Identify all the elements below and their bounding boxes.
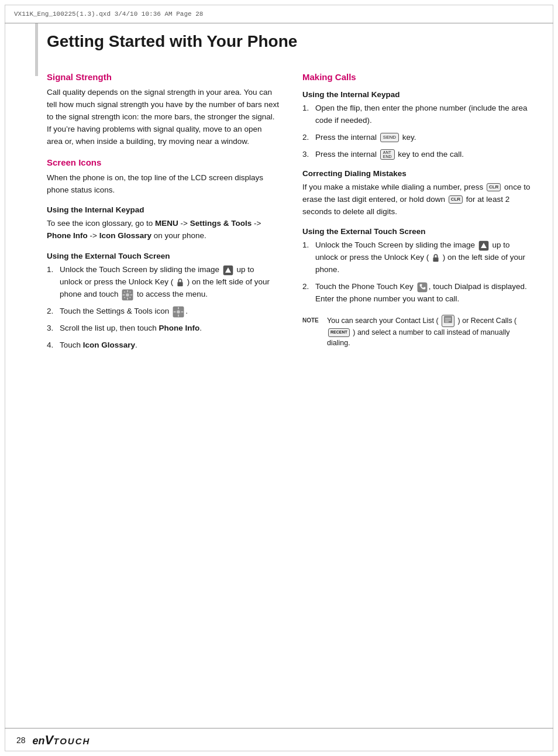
gear-settings-icon (122, 289, 133, 301)
list-item: 4. Touch Icon Glossary. (47, 339, 279, 352)
making-calls-heading: Making Calls (302, 72, 535, 82)
page-number: 28 (16, 736, 26, 745)
list-item: 3. Scroll the list up, then touch Phone … (47, 322, 279, 335)
internal-keypad-body-left: To see the icon glossary, go to MENU -> … (47, 218, 279, 242)
logo: enVTOUCH (33, 733, 91, 748)
clr-icon-2: CLR (449, 195, 463, 204)
svg-rect-18 (181, 311, 184, 312)
list-item: 1. Unlock the Touch Screen by sliding th… (47, 264, 279, 301)
right-column: Making Calls Using the Internal Keypad 1… (302, 72, 535, 356)
main-content: Getting Started with Your Phone Signal S… (47, 32, 535, 721)
svg-rect-17 (174, 311, 176, 312)
internal-keypad-heading-left: Using the Internal Keypad (47, 205, 279, 214)
page-title: Getting Started with Your Phone (47, 32, 535, 56)
svg-rect-8 (130, 294, 133, 295)
screen-icons-heading: Screen Icons (47, 157, 279, 167)
note-label: NOTE (302, 315, 327, 349)
list-item: 3. Press the internal ANTEND key to end … (302, 149, 535, 161)
svg-point-4 (126, 293, 129, 296)
left-column: Signal Strength Call quality depends on … (47, 72, 279, 356)
clr-icon: CLR (487, 183, 501, 191)
svg-rect-5 (127, 290, 128, 292)
svg-rect-6 (127, 297, 128, 300)
signal-strength-heading: Signal Strength (47, 72, 279, 82)
logo-touch: TOUCH (53, 736, 90, 746)
logo-v: V (45, 733, 54, 747)
end-key-icon: ANTEND (380, 149, 395, 160)
svg-rect-21 (433, 257, 439, 262)
external-touch-heading-left: Using the External Touch Screen (47, 252, 279, 260)
list-item: 1. Open the flip, then enter the phone n… (302, 102, 535, 127)
list-item: 2. Touch the Settings & Tools icon . (47, 305, 279, 318)
correcting-dialing-heading: Correcting Dialing Mistakes (302, 169, 535, 178)
header-text: VX11K_Eng_100225(1.3).qxd 3/4/10 10:36 A… (14, 11, 203, 18)
list-item: 1. Unlock the Touch Screen by sliding th… (302, 239, 535, 276)
svg-rect-16 (178, 314, 179, 317)
external-touch-heading-right: Using the External Touch Screen (302, 227, 535, 236)
list-item: 2. Touch the Phone Touch Key , touch Dia… (302, 281, 535, 305)
signal-strength-body: Call quality depends on the signal stren… (47, 87, 279, 148)
logo-en: en (33, 735, 45, 747)
note-content: You can search your Contact List ( ) or … (327, 315, 535, 349)
footer-bar: 28 enVTOUCH (5, 728, 553, 751)
lock-icon-right (432, 253, 439, 263)
arrow-up-icon-right (478, 240, 489, 251)
svg-rect-2 (178, 282, 183, 286)
using-internal-keypad-heading: Using the Internal Keypad (302, 90, 535, 99)
two-column-layout: Signal Strength Call quality depends on … (47, 72, 535, 356)
svg-rect-7 (123, 294, 125, 295)
settings-tools-icon (173, 306, 184, 318)
svg-rect-15 (178, 307, 179, 309)
correcting-dialing-body: If you make a mistake while dialing a nu… (302, 181, 535, 218)
accent-bar (35, 23, 38, 76)
note-box: NOTE You can search your Contact List ( … (302, 315, 535, 349)
screen-icons-body: When the phone is on, the top line of th… (47, 172, 279, 197)
send-key-icon: SEND (380, 133, 399, 142)
header-bar: VX11K_Eng_100225(1.3).qxd 3/4/10 10:36 A… (5, 5, 553, 23)
arrow-up-icon (223, 265, 233, 276)
svg-point-14 (177, 310, 180, 313)
phone-touch-key-icon (417, 282, 428, 293)
lock-icon (177, 278, 184, 287)
contact-list-icon (442, 315, 454, 327)
list-item: 2. Press the internal SEND key. (302, 132, 535, 144)
recent-calls-icon: RECENT (328, 328, 350, 337)
